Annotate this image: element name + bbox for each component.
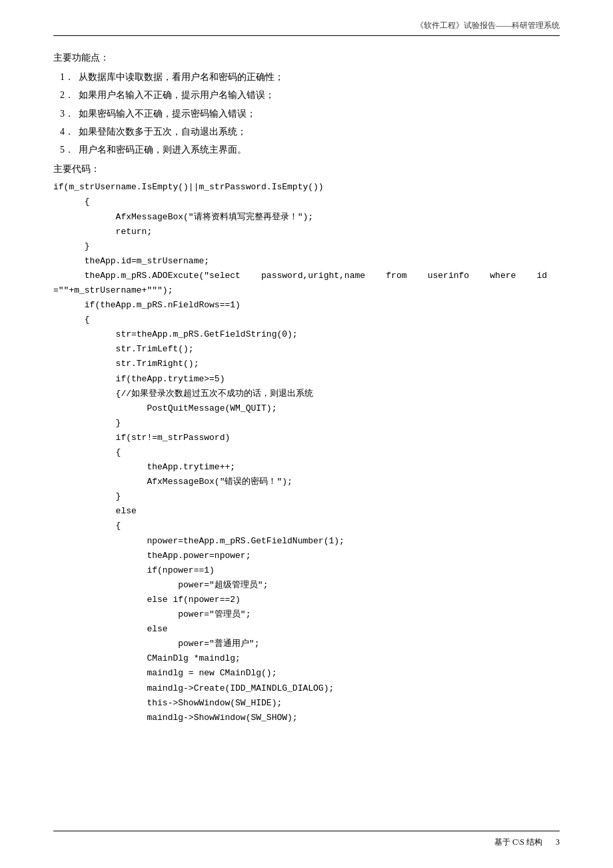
code-line: }: [53, 239, 560, 254]
code-line: }: [53, 416, 560, 431]
code-line: str.TrimLeft();: [53, 342, 560, 357]
code-line: else if(npower==2): [53, 593, 560, 607]
code-line: {: [53, 445, 560, 460]
page-container: 《软件工程》试验报告——科研管理系统 主要功能点： 1． 从数据库中读取数据，看…: [0, 0, 613, 868]
code-line: {//如果登录次数超过五次不成功的话，则退出系统: [53, 387, 560, 401]
code-line: CMainDlg *maindlg;: [53, 651, 560, 666]
code-line: str=theApp.m_pRS.GetFieldString(0);: [53, 327, 560, 342]
footer-divider: [53, 831, 560, 831]
code-line: theApp.m_pRS.ADOExcute("select password,…: [53, 269, 560, 283]
code-line: if(theApp.trytime>=5): [53, 372, 560, 387]
page-header: 《软件工程》试验报告——科研管理系统: [53, 20, 560, 36]
code-line: {: [53, 313, 560, 327]
code-line: PostQuitMessage(WM_QUIT);: [53, 401, 560, 416]
header-title: 《软件工程》试验报告——科研管理系统: [416, 20, 560, 31]
list-item: 1． 从数据库中读取数据，看用户名和密码的正确性；: [53, 69, 560, 85]
list-text: 如果密码输入不正确，提示密码输入错误；: [79, 105, 560, 122]
code-line: maindlg->ShowWindow(SW_SHOW);: [53, 711, 560, 725]
code-line: this->ShowWindow(SW_HIDE);: [53, 696, 560, 711]
code-block: if(m_strUsername.IsEmpty()||m_strPasswor…: [53, 180, 560, 725]
list-number: 2．: [60, 87, 79, 103]
code-line: power="管理员";: [53, 607, 560, 622]
code-line: theApp.id=m_strUsername;: [53, 254, 560, 269]
features-title: 主要功能点：: [53, 49, 560, 66]
code-line: if(m_strUsername.IsEmpty()||m_strPasswor…: [53, 180, 560, 195]
list-number: 4．: [60, 123, 79, 140]
list-number: 1．: [60, 69, 79, 85]
code-line: return;: [53, 225, 560, 239]
list-text: 如果用户名输入不正确，提示用户名输入错误；: [79, 87, 560, 103]
list-item: 3． 如果密码输入不正确，提示密码输入错误；: [53, 105, 560, 122]
code-line: if(str!=m_strPassword): [53, 431, 560, 445]
code-line: npower=theApp.m_pRS.GetFieldNumber(1);: [53, 534, 560, 549]
code-line: str.TrimRight();: [53, 357, 560, 371]
code-line: {: [53, 519, 560, 533]
code-line: power="普通用户";: [53, 637, 560, 651]
list-item: 2． 如果用户名输入不正确，提示用户名输入错误；: [53, 87, 560, 103]
list-item: 5． 用户名和密码正确，则进入系统主界面。: [53, 141, 560, 158]
code-line: else: [53, 504, 560, 519]
code-line: AfxMessageBox("错误的密码！");: [53, 475, 560, 489]
code-line: }: [53, 489, 560, 504]
features-list: 1． 从数据库中读取数据，看用户名和密码的正确性； 2． 如果用户名输入不正确，…: [53, 69, 560, 158]
code-line: theApp.power=npower;: [53, 549, 560, 563]
content-area: 主要功能点： 1． 从数据库中读取数据，看用户名和密码的正确性； 2． 如果用户…: [53, 49, 560, 725]
code-line: theApp.trytime++;: [53, 460, 560, 475]
code-section-title: 主要代码：: [53, 161, 560, 177]
list-text: 从数据库中读取数据，看用户名和密码的正确性；: [79, 69, 560, 85]
footer-text: 基于 C\S 结构: [494, 837, 542, 848]
code-line: maindlg = new CMainDlg();: [53, 666, 560, 681]
list-text: 用户名和密码正确，则进入系统主界面。: [79, 141, 560, 158]
code-line: if(theApp.m_pRS.nFieldRows==1): [53, 298, 560, 313]
code-line: else: [53, 622, 560, 637]
page-footer: 基于 C\S 结构 3: [494, 837, 560, 848]
code-line: {: [53, 195, 560, 209]
code-line: if(npower==1): [53, 563, 560, 578]
list-number: 5．: [60, 141, 79, 158]
code-line: AfxMessageBox("请将资料填写完整再登录！");: [53, 210, 560, 225]
list-item: 4． 如果登陆次数多于五次，自动退出系统；: [53, 123, 560, 140]
list-text: 如果登陆次数多于五次，自动退出系统；: [79, 123, 560, 140]
code-line: maindlg->Create(IDD_MAINDLG_DIALOG);: [53, 681, 560, 696]
page-number: 3: [556, 837, 560, 847]
code-line: power="超级管理员";: [53, 578, 560, 593]
list-number: 3．: [60, 105, 79, 122]
code-line: =""+m_strUsername+""");: [53, 283, 560, 298]
